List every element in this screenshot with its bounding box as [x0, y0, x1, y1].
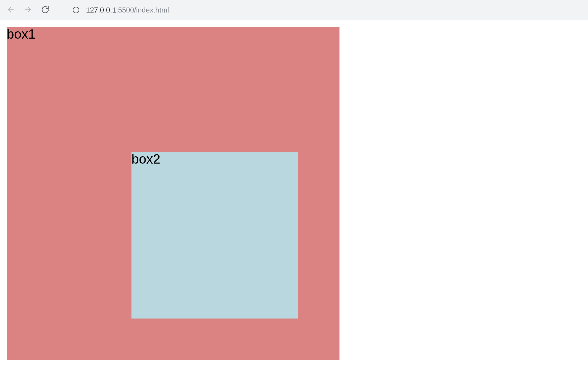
reload-button[interactable] — [40, 5, 50, 15]
nav-buttons — [6, 5, 50, 15]
box1: box1 box2 — [7, 27, 339, 360]
arrow-right-icon — [24, 6, 32, 15]
forward-button[interactable] — [23, 5, 33, 15]
url-host: 127.0.0.1 — [86, 6, 116, 14]
box1-label: box1 — [7, 27, 36, 41]
reload-icon — [41, 6, 49, 15]
address-bar[interactable]: 127.0.0.1:5500/index.html — [64, 2, 388, 18]
page-viewport: box1 box2 — [0, 20, 588, 371]
box2-label: box2 — [131, 152, 160, 166]
arrow-left-icon — [7, 6, 15, 15]
back-button[interactable] — [6, 5, 16, 15]
svg-point-4 — [76, 8, 76, 9]
browser-toolbar: 127.0.0.1:5500/index.html — [0, 0, 588, 20]
box2: box2 — [131, 152, 298, 319]
site-info-icon[interactable] — [72, 6, 80, 14]
url-path: :5500/index.html — [116, 6, 169, 14]
url-text: 127.0.0.1:5500/index.html — [86, 6, 169, 14]
